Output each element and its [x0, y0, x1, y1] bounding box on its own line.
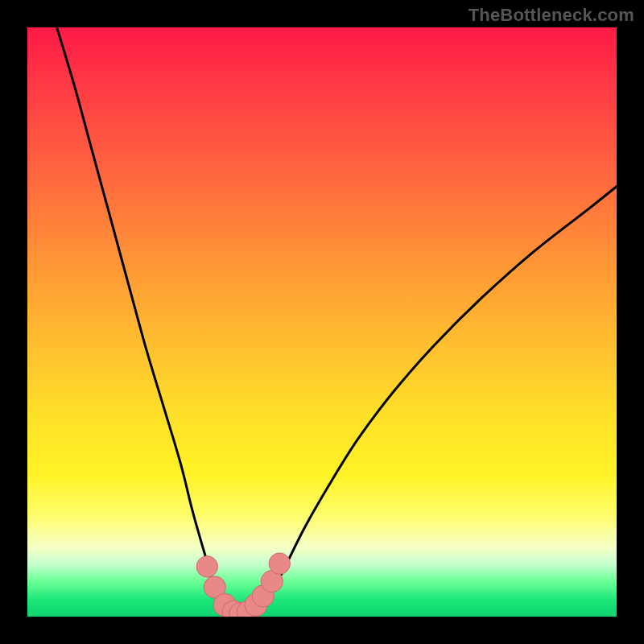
curve-layer: [27, 27, 617, 617]
plot-area: [27, 27, 617, 617]
attribution-text: TheBottleneck.com: [469, 5, 634, 26]
highlight-marker: [269, 553, 290, 574]
chart-frame: TheBottleneck.com: [0, 0, 644, 644]
highlight-marker: [196, 556, 217, 577]
bottleneck-curve: [57, 27, 617, 615]
